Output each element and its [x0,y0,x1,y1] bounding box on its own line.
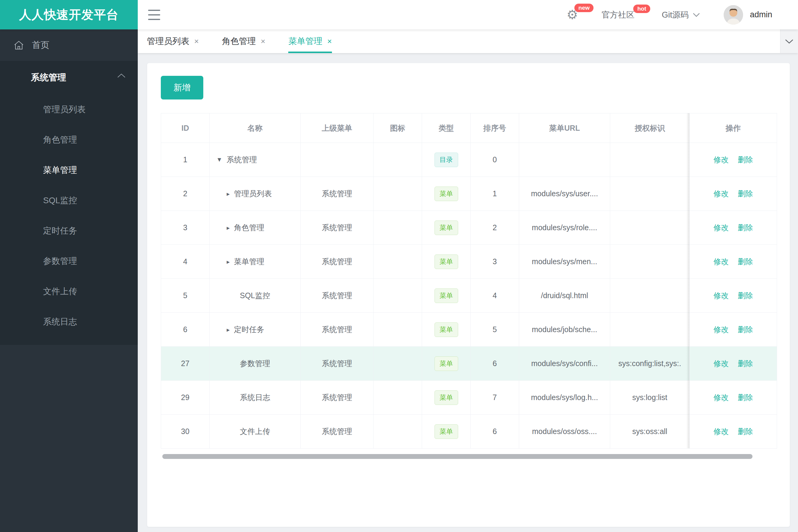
delete-link[interactable]: 删除 [738,325,753,334]
edit-link[interactable]: 修改 [713,325,729,334]
edit-link[interactable]: 修改 [713,155,729,164]
tab-菜单管理[interactable]: 菜单管理× [288,30,332,53]
cell-id: 30 [161,415,210,449]
scrollbar-thumb[interactable] [162,454,753,459]
cell-name: ▸菜单管理 [210,245,301,279]
menu-name: 系统管理 [227,155,257,165]
tabs-menu-button[interactable] [780,30,798,53]
cell-id: 3 [161,211,210,245]
cell-name: ▼系统管理 [210,143,301,177]
table-row[interactable]: 27参数管理系统管理菜单6modules/sys/confi...sys:con… [161,347,777,381]
git-source-label: Git源码 [662,10,689,20]
sidebar-item[interactable]: 系统日志 [0,307,138,337]
cell-type: 菜单 [422,347,470,381]
edit-link[interactable]: 修改 [713,393,729,402]
edit-link[interactable]: 修改 [713,427,729,436]
caret-down-icon[interactable]: ▼ [216,156,222,163]
column-header: 上级菜单 [301,113,373,143]
sidebar-item[interactable]: 角色管理 [0,125,138,155]
cell-actions: 修改删除 [690,381,777,415]
cell-parent-menu: 系统管理 [301,279,373,313]
sidebar-item-home[interactable]: 首页 [0,30,138,61]
delete-link[interactable]: 删除 [738,427,753,436]
cell-name: ▸定时任务 [210,313,301,347]
cell-url: modules/sys/user.... [519,177,610,211]
table-row[interactable]: 5SQL监控系统管理菜单4/druid/sql.html修改删除 [161,279,777,313]
cell-id: 27 [161,347,210,381]
cell-order: 3 [470,245,519,279]
delete-link[interactable]: 删除 [738,257,753,266]
tree-cell: ▼系统管理 [212,155,298,165]
close-icon[interactable]: × [327,37,332,46]
cell-url [519,143,610,177]
edit-link[interactable]: 修改 [713,223,729,232]
cell-actions: 修改删除 [690,415,777,449]
add-button[interactable]: 新增 [161,76,203,99]
sidebar-item[interactable]: 文件上传 [0,276,138,307]
delete-link[interactable]: 删除 [738,291,753,300]
cell-parent-menu: 系统管理 [301,211,373,245]
close-icon[interactable]: × [194,37,199,46]
caret-right-icon[interactable]: ▸ [227,224,230,231]
table-row[interactable]: 29系统日志系统管理菜单7modules/sys/log.h...sys:log… [161,381,777,415]
table-row[interactable]: 4▸菜单管理系统管理菜单3modules/sys/men...修改删除 [161,245,777,279]
community-link[interactable]: 官方社区 hot [602,10,634,20]
tab-管理员列表[interactable]: 管理员列表× [147,30,199,53]
type-badge: 菜单 [434,424,458,439]
menu-toggle-icon[interactable] [148,8,160,21]
cell-url: /druid/sql.html [519,279,610,313]
cell-type: 菜单 [422,177,470,211]
cell-name: ▸管理员列表 [210,177,301,211]
cell-order: 6 [470,347,519,381]
cell-order: 2 [470,211,519,245]
sidebar-item[interactable]: 管理员列表 [0,94,138,125]
table-row[interactable]: 3▸角色管理系统管理菜单2modules/sys/role....修改删除 [161,211,777,245]
app-logo: 人人快速开发平台 [0,0,138,30]
cell-type: 菜单 [422,211,470,245]
close-icon[interactable]: × [261,37,265,46]
chevron-down-icon [693,13,700,17]
table-row[interactable]: 30文件上传系统管理菜单6modules/oss/oss....sys:oss:… [161,415,777,449]
avatar[interactable] [724,5,743,24]
cell-type: 菜单 [422,279,470,313]
type-badge: 菜单 [434,288,458,303]
sidebar-item[interactable]: 菜单管理 [0,155,138,185]
delete-link[interactable]: 删除 [738,223,753,232]
caret-right-icon[interactable]: ▸ [227,190,230,197]
tab-角色管理[interactable]: 角色管理× [222,30,265,53]
sidebar-items: 管理员列表角色管理菜单管理SQL监控定时任务参数管理文件上传系统日志 [0,94,138,337]
tree-cell: ▸角色管理 [212,223,298,233]
caret-right-icon[interactable]: ▸ [227,258,230,265]
edit-link[interactable]: 修改 [713,291,729,300]
edit-link[interactable]: 修改 [713,257,729,266]
app-header: 人人快速开发平台 ⚙ new 官方社区 hot Git源码 admin [0,0,798,30]
caret-right-icon[interactable]: ▸ [227,326,230,333]
sidebar-item[interactable]: 参数管理 [0,246,138,276]
delete-link[interactable]: 删除 [738,359,753,367]
git-source-dropdown[interactable]: Git源码 [662,10,700,20]
delete-link[interactable]: 删除 [738,155,753,164]
cell-perm [610,211,690,245]
cell-order: 7 [470,381,519,415]
cell-perm: sys:config:list,sys:. [610,347,690,381]
delete-link[interactable]: 删除 [738,393,753,402]
delete-link[interactable]: 删除 [738,189,753,198]
username[interactable]: admin [750,10,772,19]
edit-link[interactable]: 修改 [713,189,729,198]
sidebar-item[interactable]: 定时任务 [0,216,138,246]
column-header: ID [161,113,210,143]
cell-actions: 修改删除 [690,143,777,177]
settings-button[interactable]: ⚙ new [567,8,578,21]
cell-perm: sys:log:list [610,381,690,415]
sidebar-item[interactable]: SQL监控 [0,185,138,216]
sidebar-group-header[interactable]: 系统管理 [0,61,138,94]
table-row[interactable]: 6▸定时任务系统管理菜单5modules/job/sche...修改删除 [161,313,777,347]
cell-perm [610,313,690,347]
edit-link[interactable]: 修改 [713,359,729,367]
cell-parent-menu: 系统管理 [301,313,373,347]
type-badge: 菜单 [434,254,458,269]
table-row[interactable]: 1▼系统管理目录0修改删除 [161,143,777,177]
table-row[interactable]: 2▸管理员列表系统管理菜单1modules/sys/user....修改删除 [161,177,777,211]
cell-name: ▸角色管理 [210,211,301,245]
main-content: 新增 ID名称上级菜单图标类型排序号菜单URL授权标识操作1▼系统管理目录0修改… [138,53,798,532]
